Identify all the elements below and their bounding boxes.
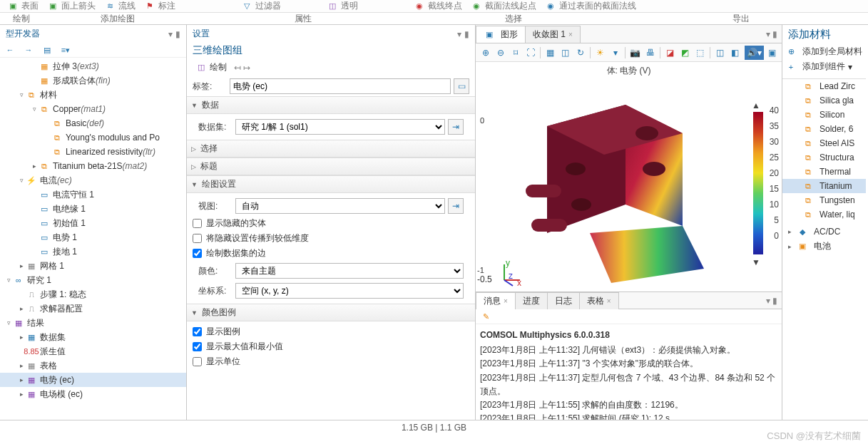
zoom-out-icon[interactable]: ⊖ [494, 46, 507, 60]
material-item[interactable]: ⧉Thermal [782, 165, 866, 179]
panel-menu-icon[interactable]: ▾ [766, 296, 770, 306]
chk-show-units[interactable] [193, 357, 202, 366]
panel-pin-icon[interactable]: ▮ [464, 29, 469, 39]
material-item[interactable]: ⧉Silica gla [782, 93, 866, 108]
tree-item[interactable]: ▭电势 1 [0, 230, 186, 244]
select-icon[interactable]: ◪ [663, 46, 677, 60]
section-color-legend[interactable]: ▼颜色图例 [187, 304, 475, 321]
plot-button[interactable]: ◫绘制 [193, 60, 230, 75]
panel-menu-icon[interactable]: ▾ [766, 29, 770, 39]
tab-messages[interactable]: 消息× [476, 292, 516, 309]
ribbon-item[interactable]: ◫透明 [327, 0, 358, 12]
panel-pin-icon[interactable]: ▮ [772, 29, 777, 39]
add-to-component-button[interactable]: +添加到组件 ▾ [782, 59, 866, 74]
color-select[interactable]: 来自主题 [235, 263, 464, 279]
material-list[interactable]: ⧉Lead Zirc⧉Silica gla⧉Silicon⧉Solder, 6⧉… [782, 79, 866, 222]
tree-item[interactable]: ▸⎍求解器配置 [0, 301, 186, 316]
transparency-icon[interactable]: ▾ [608, 46, 622, 60]
clip2-icon[interactable]: ◧ [728, 46, 742, 60]
tree-item[interactable]: ⧉Linearized resistivity (ltr) [0, 145, 186, 159]
graphics-canvas[interactable]: 体: 电势 (V) [476, 62, 782, 291]
expand-icon[interactable]: ▣ [765, 46, 779, 60]
messages-body[interactable]: COMSOL Multiphysics 6.0.0.318 [2023年1月8日… [476, 324, 782, 420]
camera-icon[interactable]: 📷 [628, 46, 642, 60]
section-select[interactable]: ▷选择 [187, 140, 475, 158]
tree-item[interactable]: ▿⚡电流 (ec) [0, 173, 186, 187]
arrow-icon[interactable]: ↤ ↦ [234, 63, 250, 73]
tab-graphics[interactable]: ▣图形 [476, 26, 526, 43]
lib-acdc[interactable]: ▸◆AC/DC [782, 224, 866, 239]
tree-item[interactable]: ▭电流守恒 1 [0, 187, 186, 202]
close-icon[interactable]: × [504, 297, 508, 305]
panel-menu-icon[interactable]: ▾ [168, 29, 173, 39]
sound-icon[interactable]: 🔊▾ [745, 46, 764, 60]
view-xy-icon[interactable]: ▦ [543, 46, 557, 60]
material-item[interactable]: ⧉Titanium [782, 179, 866, 193]
tree-item[interactable]: ▭初始值 1 [0, 216, 186, 230]
chk-propagate[interactable] [193, 234, 202, 243]
tree-item[interactable]: ▿∞研究 1 [0, 273, 186, 287]
ribbon-item[interactable]: ◉截线终点 [414, 0, 462, 12]
toolbar-icon[interactable]: → [23, 44, 34, 56]
ribbon-item[interactable]: ▣表面 [7, 0, 39, 12]
view-default-icon[interactable]: ◫ [558, 46, 572, 60]
section-plot-settings[interactable]: ▼绘图设置 [187, 175, 475, 193]
close-icon[interactable]: × [568, 31, 573, 38]
section-title[interactable]: ▷标题 [187, 158, 475, 175]
add-to-global-button[interactable]: ⊕添加到全局材料 [782, 44, 866, 59]
view-goto-button[interactable]: ⇥ [448, 198, 464, 214]
material-item[interactable]: ⧉Tungsten [782, 193, 866, 207]
clip-icon[interactable]: ◫ [713, 46, 727, 60]
coord-select[interactable]: 空间 (x, y, z) [235, 283, 464, 299]
dataset-goto-button[interactable]: ⇥ [448, 119, 464, 135]
tree-item[interactable]: ⧉Basic (def) [0, 116, 186, 130]
tree-item[interactable]: ▦形成联合体 (fin) [0, 73, 186, 88]
ribbon-item[interactable]: ◉截面法线起点 [471, 0, 536, 12]
print-icon[interactable]: 🖶 [643, 46, 657, 60]
label-input[interactable] [230, 78, 451, 94]
model-tree[interactable]: ▦拉伸 3 (ext3)▦形成联合体 (fin)▿⧉材料▿⧉Copper (ma… [0, 58, 186, 420]
select3-icon[interactable]: ⬚ [693, 46, 707, 60]
zoom-extent-icon[interactable]: ⛶ [524, 46, 537, 60]
material-item[interactable]: ⧉Lead Zirc [782, 79, 866, 93]
close-icon[interactable]: × [607, 297, 611, 305]
section-data[interactable]: ▼数据 [187, 96, 475, 114]
tree-item[interactable]: ▭接地 1 [0, 244, 186, 259]
chk-show-hidden[interactable] [193, 219, 202, 228]
ribbon-item[interactable]: ▽过滤器 [241, 0, 281, 12]
toolbar-icon[interactable]: ← [4, 44, 16, 56]
tree-item[interactable]: ▸▦表格 [0, 358, 186, 373]
tree-item[interactable]: ⧉Young's modulus and Po [0, 130, 186, 145]
tree-item[interactable]: ▸⧉Titanium beta-21S (mat2) [0, 159, 186, 173]
tree-item[interactable]: ▸▦网格 1 [0, 259, 186, 273]
panel-menu-icon[interactable]: ▾ [457, 29, 461, 39]
rotate-icon[interactable]: ↻ [573, 46, 587, 60]
chk-show-legend[interactable] [193, 327, 202, 336]
dataset-select[interactable]: 研究 1/解 1 (sol1) [235, 119, 445, 135]
ribbon-item[interactable]: ≋流线 [104, 0, 136, 12]
light-icon[interactable]: ☀ [593, 46, 607, 60]
tree-item[interactable]: ▿⧉材料 [0, 88, 186, 102]
material-item[interactable]: ⧉Silicon [782, 108, 866, 122]
tree-item[interactable]: ▿⧉Copper (mat1) [0, 102, 186, 116]
tree-item[interactable]: ▸▦电场模 (ec) [0, 387, 186, 401]
tree-item[interactable]: ▦拉伸 3 (ext3) [0, 59, 186, 73]
tab-progress[interactable]: 进度 [515, 292, 548, 309]
clear-icon[interactable]: ✎ [480, 311, 491, 322]
toolbar-icon[interactable]: ≡▾ [60, 44, 71, 56]
panel-pin-icon[interactable]: ▮ [772, 296, 777, 306]
material-item[interactable]: ⧉Solder, 6 [782, 122, 866, 136]
toolbar-icon[interactable]: ▤ [41, 44, 53, 56]
select2-icon[interactable]: ◩ [678, 46, 692, 60]
tree-item[interactable]: ▭电绝缘 1 [0, 202, 186, 216]
zoom-in-icon[interactable]: ⊕ [479, 46, 492, 60]
chk-plot-edges[interactable] [193, 249, 202, 258]
tree-item[interactable]: ▿▦结果 [0, 316, 186, 330]
material-item[interactable]: ⧉Water, liq [782, 207, 866, 222]
tree-item[interactable]: ⎍步骤 1: 稳态 [0, 287, 186, 301]
panel-pin-icon[interactable]: ▮ [175, 29, 180, 39]
zoom-box-icon[interactable]: ⌑ [509, 46, 522, 60]
show-label-button[interactable]: ▭ [454, 78, 469, 94]
tree-item[interactable]: 8.85派生值 [0, 344, 186, 358]
tab-convergence[interactable]: 收敛图 1× [525, 26, 581, 43]
